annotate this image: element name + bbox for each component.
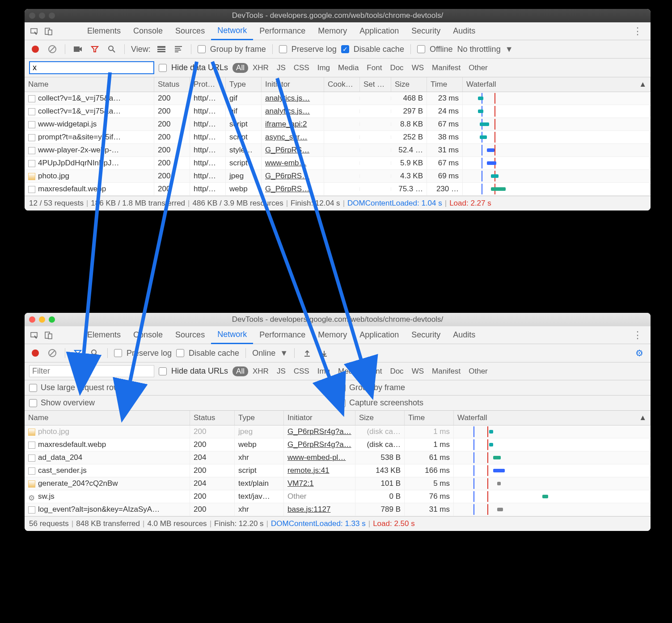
initiator-link[interactable]: VM72:1 (287, 479, 314, 488)
camera-icon[interactable] (72, 43, 84, 55)
search-icon[interactable] (106, 43, 118, 55)
column-header[interactable]: Size (391, 77, 427, 92)
filter-type-xhr[interactable]: XHR (249, 366, 272, 376)
column-header[interactable]: Waterfall ▲ (454, 411, 651, 425)
large-rows-icon[interactable] (155, 43, 168, 55)
tab-security[interactable]: Security (405, 22, 447, 40)
initiator-link[interactable]: G_P6rpRS… (265, 185, 309, 193)
filter-type-img[interactable]: Img (314, 63, 334, 73)
initiator-link[interactable]: base.js:1127 (287, 505, 330, 514)
column-header[interactable]: Type (226, 77, 262, 92)
filter-type-ws[interactable]: WS (408, 63, 427, 73)
tab-network[interactable]: Network (211, 22, 253, 40)
tab-console[interactable]: Console (127, 22, 169, 40)
column-header[interactable]: Name (25, 411, 190, 425)
record-button[interactable] (29, 347, 42, 359)
initiator-link[interactable]: www-embed-pl… (287, 453, 346, 462)
column-header[interactable]: Status (190, 411, 235, 425)
tab-console[interactable]: Console (127, 326, 169, 344)
column-header[interactable]: Time (427, 77, 463, 92)
column-header[interactable]: Size (355, 411, 405, 425)
tab-sources[interactable]: Sources (169, 326, 211, 344)
filter-type-doc[interactable]: Doc (386, 366, 407, 376)
tab-sources[interactable]: Sources (169, 22, 211, 40)
preserve-log-checkbox[interactable] (114, 349, 122, 357)
filter-type-manifest[interactable]: Manifest (428, 63, 464, 73)
online-select[interactable]: Online (252, 349, 275, 358)
show-overview-checkbox[interactable] (29, 399, 37, 407)
column-header[interactable]: Type (235, 411, 284, 425)
filter-type-xhr[interactable]: XHR (249, 63, 272, 73)
column-header[interactable]: Prot… (190, 77, 226, 92)
filter-input[interactable] (29, 365, 154, 377)
initiator-link[interactable]: G_P6rpRSr4g?a… (287, 440, 351, 449)
clear-icon[interactable] (46, 347, 59, 359)
preserve-log-checkbox[interactable] (279, 45, 287, 53)
table-row[interactable]: generate_204?cQ2nBw204text/plainVM72:110… (25, 477, 651, 490)
initiator-link[interactable]: G_P6rpRS… (265, 172, 309, 180)
filter-icon[interactable] (89, 43, 101, 55)
traffic-lights[interactable] (29, 316, 55, 323)
minimize-dot[interactable] (39, 13, 45, 19)
initiator-link[interactable]: G_P6rpRSr4g?a… (287, 427, 351, 436)
table-row[interactable]: collect?v=1&_v=j75&a…200http/…gifanalyti… (25, 92, 651, 105)
zoom-dot[interactable] (49, 13, 55, 19)
initiator-link[interactable]: analytics.js… (265, 107, 310, 115)
filter-type-ws[interactable]: WS (408, 366, 427, 376)
hide-data-urls-checkbox[interactable] (159, 367, 167, 375)
tab-elements[interactable]: Elements (81, 22, 127, 40)
initiator-link[interactable]: analytics.js… (265, 94, 310, 102)
zoom-dot[interactable] (49, 316, 55, 323)
table-row[interactable]: cast_sender.js200scriptremote.js:41143 K… (25, 464, 651, 477)
filter-type-other[interactable]: Other (465, 63, 491, 73)
table-row[interactable]: ⚙sw.js200text/jav…Other0 B76 ms (25, 490, 651, 503)
more-icon[interactable]: ⋮ (628, 25, 647, 37)
table-row[interactable]: log_event?alt=json&key=AIzaSyA…200xhrbas… (25, 503, 651, 516)
column-header[interactable]: Initiator (284, 411, 355, 425)
clear-icon[interactable] (46, 43, 59, 55)
filter-type-font[interactable]: Font (363, 366, 385, 376)
large-rows-checkbox[interactable] (29, 384, 37, 392)
table-row[interactable]: maxresdefault.webp200webpG_P6rpRSr4g?a…(… (25, 438, 651, 451)
initiator-link[interactable]: remote.js:41 (287, 466, 330, 475)
device-toggle-icon[interactable] (42, 329, 55, 341)
table-row[interactable]: photo.jpg200http/…jpegG_P6rpRS…4.3 KB69 … (25, 170, 651, 183)
dropdown-icon[interactable]: ▼ (505, 45, 513, 54)
disable-cache-checkbox[interactable]: ✓ (341, 45, 349, 53)
filter-type-all[interactable]: All (232, 63, 248, 73)
tab-security[interactable]: Security (405, 326, 447, 344)
column-header[interactable]: Set … (360, 77, 391, 92)
table-row[interactable]: prompt?t=a&site=ylj5if…200http/…scriptas… (25, 131, 651, 144)
filter-type-doc[interactable]: Doc (386, 63, 407, 73)
download-icon[interactable] (318, 347, 330, 359)
tab-audits[interactable]: Audits (447, 22, 482, 40)
search-icon[interactable] (89, 347, 101, 359)
tab-performance[interactable]: Performance (253, 326, 312, 344)
tab-performance[interactable]: Performance (253, 22, 312, 40)
group-by-frame-checkbox[interactable] (198, 45, 206, 53)
column-header[interactable]: Status (154, 77, 190, 92)
filter-type-js[interactable]: JS (273, 366, 289, 376)
filter-type-font[interactable]: Font (363, 63, 385, 73)
filter-type-manifest[interactable]: Manifest (428, 366, 464, 376)
settings-gear-icon[interactable]: ⚙ (633, 348, 646, 358)
minimize-dot[interactable] (39, 316, 45, 323)
column-header[interactable]: Name (25, 77, 154, 92)
filter-type-css[interactable]: CSS (290, 366, 313, 376)
initiator-link[interactable]: iframe_api:2 (265, 120, 307, 128)
filter-type-js[interactable]: JS (273, 63, 289, 73)
tab-memory[interactable]: Memory (312, 326, 353, 344)
column-header[interactable]: Cook… (324, 77, 360, 92)
column-header[interactable]: Time (405, 411, 454, 425)
capture-screenshots-checkbox[interactable] (338, 399, 346, 407)
initiator-link[interactable]: www-emb… (265, 159, 307, 167)
tab-memory[interactable]: Memory (312, 22, 353, 40)
filter-type-other[interactable]: Other (465, 366, 491, 376)
upload-icon[interactable] (301, 347, 313, 359)
column-header[interactable]: Initiator (262, 77, 324, 92)
close-dot[interactable] (29, 13, 35, 19)
tab-elements[interactable]: Elements (81, 326, 127, 344)
initiator-link[interactable]: async_sur… (265, 133, 307, 141)
table-row[interactable]: maxresdefault.webp200http/…webpG_P6rpRS…… (25, 183, 651, 196)
table-row[interactable]: photo.jpg200jpegG_P6rpRSr4g?a…(disk ca…1… (25, 425, 651, 438)
